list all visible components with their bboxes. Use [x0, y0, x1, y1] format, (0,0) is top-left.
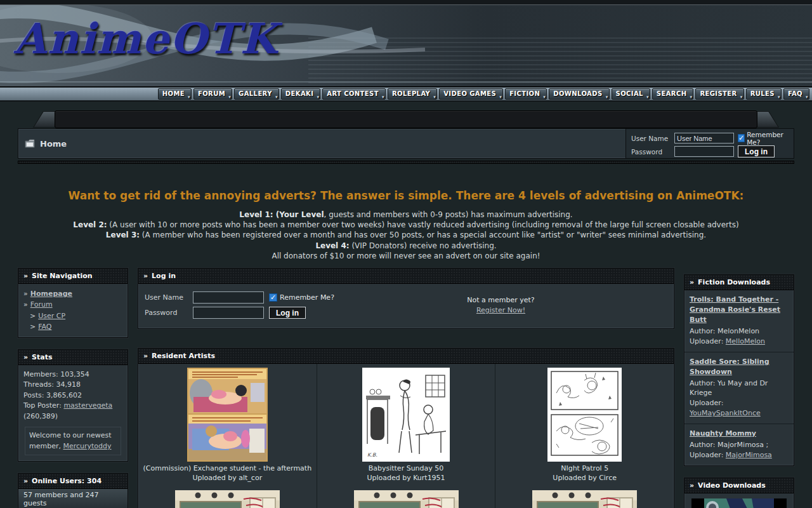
- header-username-input[interactable]: [674, 133, 734, 144]
- homepage-link[interactable]: Homepage: [30, 290, 72, 298]
- chevron-down-icon: ▾: [606, 95, 608, 100]
- fiction-title-link[interactable]: Trolls: Band Together - Grandma Rosie's …: [690, 295, 789, 325]
- remember-me-label: Remember Me?: [280, 293, 334, 302]
- faq-link[interactable]: FAQ: [38, 323, 51, 331]
- artwork-thumbnail[interactable]: [532, 490, 637, 508]
- artwork-thumbnail[interactable]: [187, 368, 268, 462]
- ad-level-1-bold: Level 1: (Your Level: [239, 210, 324, 219]
- ad-level-2-bold: Level 2:: [73, 220, 107, 229]
- remember-me-checkbox[interactable]: ✓: [738, 134, 745, 142]
- sidebar-item-homepage: »Homepage: [23, 289, 122, 300]
- ad-donators-line: All donators of $10 or more will never s…: [0, 252, 812, 260]
- nav-home-label: HOME: [162, 90, 185, 97]
- nav-fiction[interactable]: FICTION▾: [505, 88, 547, 100]
- nav-fiction-label: FICTION: [509, 90, 540, 97]
- nav-gallery[interactable]: GALLERY▾: [234, 88, 279, 100]
- nav-forum[interactable]: FORUM▾: [193, 88, 232, 100]
- chevron-down-icon: ▾: [690, 95, 693, 100]
- resident-artists-panel: »Resident Artists: [138, 348, 674, 508]
- video-thumbnail[interactable]: [691, 498, 787, 508]
- uploader-link[interactable]: MelloMelon: [726, 337, 765, 345]
- nav-social-label: SOCIAL: [616, 90, 643, 97]
- nav-art-contest-label: ART CONTEST: [327, 90, 379, 97]
- password-input[interactable]: [193, 307, 264, 319]
- artwork-thumbnail[interactable]: [175, 490, 280, 508]
- fiction-item: Trolls: Band Together - Grandma Rosie's …: [684, 290, 794, 352]
- artwork-thumbnail[interactable]: [547, 368, 622, 462]
- stats-top-poster-count: (260,389): [23, 411, 122, 422]
- artwork-thumbnail[interactable]: [354, 490, 459, 508]
- fiction-title-link[interactable]: Saddle Sore: Sibling Showdown: [690, 357, 789, 377]
- chevron-down-icon: ▾: [740, 95, 743, 100]
- banner-bottom-line: [0, 81, 812, 83]
- advertising-levels: Level 1: (Your Level, guests and members…: [0, 211, 812, 260]
- nav-rules-label: RULES: [750, 90, 775, 97]
- header-username-label: User Name: [631, 135, 671, 142]
- nav-art-contest[interactable]: ART CONTEST▾: [322, 88, 386, 100]
- double-arrow-icon: »: [143, 272, 148, 280]
- header-login-button[interactable]: Log in: [738, 145, 775, 157]
- ad-donators-text: All donators of $10 or more will never s…: [272, 251, 540, 260]
- nav-downloads[interactable]: DOWNLOADS▾: [549, 88, 609, 100]
- usercp-link[interactable]: User CP: [38, 312, 65, 320]
- fiction-downloads-title: Fiction Downloads: [698, 278, 770, 286]
- chevron-down-icon: ▾: [382, 95, 384, 100]
- stats-title: Stats: [32, 353, 52, 361]
- nav-social[interactable]: SOCIAL▾: [612, 88, 650, 100]
- artwork-caption: NIght Patrol 5 Uploaded by Circe: [553, 464, 617, 483]
- author-label: Author:: [690, 327, 717, 335]
- nav-search[interactable]: SEARCH▾: [652, 88, 694, 100]
- left-sidebar: »Site Navigation »Homepage »Forum >User …: [18, 268, 128, 508]
- artists-row-2: [138, 486, 674, 508]
- username-input[interactable]: [193, 291, 264, 304]
- ad-level-2: Level 2: (A user with 10 or more posts w…: [0, 221, 812, 229]
- artwork-thumbnail[interactable]: K.B.: [362, 368, 450, 462]
- ad-level-4: Level 4: (VIP Donators) receive no adver…: [0, 242, 812, 250]
- remember-me-checkbox[interactable]: ✓: [269, 293, 277, 302]
- ad-level-4-bold: Level 4:: [315, 241, 349, 250]
- register-callout: Not a member yet? Register Now!: [334, 290, 667, 321]
- nav-downloads-label: DOWNLOADS: [553, 90, 602, 97]
- nav-faq[interactable]: FAQ▾: [783, 88, 809, 100]
- artwork-uploader: Uploaded by alt_cor: [143, 474, 312, 483]
- fiction-title-link[interactable]: Naughty Mommy: [690, 429, 789, 439]
- register-now-link[interactable]: Register Now!: [476, 306, 525, 314]
- nav-home[interactable]: HOME▾: [158, 88, 192, 100]
- site-navigation-title: Site Navigation: [32, 272, 93, 280]
- nav-roleplay-label: ROLEPLAY: [392, 90, 430, 97]
- main-content: »Log in User Name ✓ Remember Me? Passwor…: [138, 268, 674, 508]
- site-banner: AnimeOTK: [0, 0, 812, 87]
- newest-member-link[interactable]: Mercurytoddy: [63, 442, 111, 450]
- artist-item: [495, 486, 674, 508]
- site-logo[interactable]: AnimeOTK: [14, 14, 278, 64]
- double-arrow-icon: »: [690, 481, 694, 490]
- username-label: User Name: [145, 293, 188, 302]
- decorative-bar-middle: [55, 110, 757, 128]
- sidebar-item-forum: »Forum: [23, 300, 122, 311]
- artwork-title: (Commission) Exchange student - the afte…: [143, 464, 312, 474]
- nav-register[interactable]: REGISTER▾: [695, 88, 743, 100]
- chevron-down-icon: ▾: [228, 95, 231, 100]
- uploader-link[interactable]: MajorMimosa: [726, 451, 772, 459]
- header-password-input[interactable]: [674, 146, 734, 157]
- nav-video-games[interactable]: VIDEO GAMES▾: [439, 88, 503, 100]
- artwork-uploader: Uploaded by Kurt1951: [367, 474, 445, 483]
- nav-dekaki[interactable]: DEKAKI▾: [281, 88, 321, 100]
- nav-register-label: REGISTER: [700, 90, 737, 97]
- top-poster-link[interactable]: mastervegeta: [63, 401, 112, 410]
- main-columns: »Site Navigation »Homepage »Forum >User …: [18, 268, 794, 508]
- site-navigation-panel: »Site Navigation »Homepage »Forum >User …: [18, 268, 128, 338]
- chevron-down-icon: ▾: [499, 95, 502, 100]
- fiction-author-line: Author: MajorMimosa ;: [690, 440, 789, 450]
- artists-row-1: (Commission) Exchange student - the afte…: [138, 364, 674, 486]
- nav-roleplay[interactable]: ROLEPLAY▾: [388, 88, 437, 100]
- advertising-notice: Want to get rid of the annoying adverts?…: [0, 189, 812, 260]
- chevron-down-icon: ▾: [433, 95, 436, 100]
- uploader-link[interactable]: YouMaySpankItOnce: [690, 409, 761, 417]
- nav-rules[interactable]: RULES▾: [746, 88, 782, 100]
- stats-panel: »Stats Members: 103,354 Threads: 34,918 …: [18, 349, 128, 462]
- login-button[interactable]: Log in: [269, 307, 306, 319]
- login-title: Log in: [152, 272, 176, 280]
- forum-link[interactable]: Forum: [30, 300, 53, 309]
- stats-header: »Stats: [18, 350, 128, 365]
